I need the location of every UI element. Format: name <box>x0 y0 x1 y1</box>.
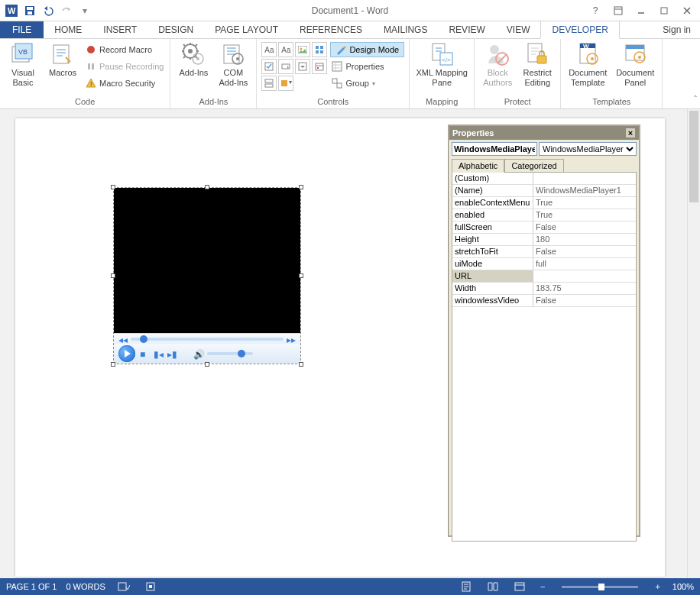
properties-button[interactable]: Properties <box>330 59 404 74</box>
svg-point-22 <box>236 57 239 60</box>
tab-developer[interactable]: DEVELOPER <box>540 21 619 39</box>
help-button[interactable]: ? <box>585 3 605 18</box>
document-template-button[interactable]: W Document Template <box>566 40 610 87</box>
seek-slider[interactable] <box>131 338 284 341</box>
control-richtext[interactable]: Aa <box>261 42 277 57</box>
macros-button[interactable]: Macros <box>44 40 81 78</box>
resize-handle-ne[interactable] <box>299 185 303 189</box>
properties-title-bar[interactable]: Properties × <box>449 126 639 140</box>
qat-customize-icon[interactable]: ▾ <box>76 2 93 19</box>
group-protect-label: Protect <box>479 95 556 108</box>
resize-handle-se[interactable] <box>299 362 303 367</box>
resize-handle-w[interactable] <box>111 273 115 278</box>
tab-view[interactable]: VIEW <box>496 21 541 38</box>
vertical-scrollbar[interactable] <box>687 109 700 578</box>
media-player-control[interactable]: ◂◂ ▸▸ ■ ▮◂ ▸▮ 🔊 <box>113 187 301 364</box>
control-dropdown[interactable] <box>295 59 310 74</box>
zoom-slider[interactable] <box>562 586 638 588</box>
svg-rect-37 <box>332 62 342 71</box>
minimize-button[interactable] <box>631 3 651 18</box>
print-layout-icon[interactable] <box>458 581 475 592</box>
undo-button[interactable] <box>40 2 57 19</box>
web-layout-icon[interactable] <box>511 581 528 592</box>
svg-rect-4 <box>28 11 32 15</box>
tab-file[interactable]: FILE <box>0 21 44 38</box>
addins-button[interactable]: Add-Ins <box>175 40 212 78</box>
document-panel-button[interactable]: Document Panel <box>613 40 657 87</box>
properties-close-icon[interactable]: × <box>625 128 636 138</box>
spellcheck-icon[interactable] <box>115 581 133 592</box>
svg-text:VB: VB <box>18 48 28 56</box>
object-type-select[interactable]: WindowsMediaPlayer <box>539 142 637 156</box>
prev-icon[interactable]: ▮◂ <box>154 349 163 358</box>
next-icon[interactable]: ▸▮ <box>167 349 177 358</box>
resize-handle-sw[interactable] <box>111 362 115 367</box>
tab-home[interactable]: HOME <box>44 21 92 38</box>
control-legacy[interactable]: ▾ <box>278 76 293 91</box>
record-macro-button[interactable]: Record Macro <box>84 42 165 57</box>
zoom-out-button[interactable]: − <box>537 582 548 591</box>
visual-basic-button[interactable]: VB Visual Basic <box>5 40 41 87</box>
maximize-button[interactable] <box>654 3 674 18</box>
control-datepicker[interactable] <box>312 59 327 74</box>
resize-handle-nw[interactable] <box>111 185 115 189</box>
tab-mailings[interactable]: MAILINGS <box>373 21 438 38</box>
tab-references[interactable]: REFERENCES <box>289 21 373 38</box>
ribbon-options-button[interactable] <box>608 3 628 18</box>
document-panel-icon <box>623 42 647 66</box>
resize-handle-e[interactable] <box>299 273 303 278</box>
group-button[interactable]: Group▾ <box>330 76 404 91</box>
control-plaintext[interactable]: Aa <box>278 42 293 57</box>
svg-rect-46 <box>537 56 546 63</box>
collapse-ribbon-icon[interactable]: ˆ <box>694 95 697 105</box>
document-panel-label: Document Panel <box>616 68 654 87</box>
svg-point-24 <box>300 48 303 50</box>
group-templates: W Document Template Document Panel Templ… <box>561 39 663 108</box>
svg-text:</>: </> <box>442 57 451 63</box>
macro-security-button[interactable]: !Macro Security <box>84 76 165 91</box>
stop-icon[interactable]: ■ <box>140 349 149 358</box>
rewind-icon[interactable]: ◂◂ <box>118 335 128 344</box>
control-buildingblock[interactable] <box>312 42 327 57</box>
tab-alphabetic[interactable]: Alphabetic <box>452 159 504 173</box>
properties-grid[interactable]: (Custom) (Name)WindowsMediaPlayer1 enabl… <box>452 172 637 542</box>
forward-icon[interactable]: ▸▸ <box>287 335 296 344</box>
scrollbar-thumb[interactable] <box>689 111 698 202</box>
zoom-level[interactable]: 100% <box>672 582 694 591</box>
save-button[interactable] <box>21 2 38 19</box>
tab-page-layout[interactable]: PAGE LAYOUT <box>204 21 289 38</box>
read-mode-icon[interactable] <box>484 581 502 592</box>
macro-recording-icon[interactable] <box>142 581 159 592</box>
restrict-editing-button[interactable]: Restrict Editing <box>519 40 556 87</box>
control-repeating[interactable] <box>261 76 277 91</box>
control-checkbox[interactable] <box>261 59 277 74</box>
close-button[interactable] <box>677 3 697 18</box>
redo-button[interactable] <box>58 2 75 19</box>
page-indicator[interactable]: PAGE 1 OF 1 <box>6 582 57 591</box>
video-area <box>114 188 300 333</box>
com-addins-button[interactable]: COM Add-Ins <box>215 40 251 87</box>
control-combobox[interactable] <box>278 59 293 74</box>
tab-categorized[interactable]: Categorized <box>504 159 563 173</box>
xml-mapping-button[interactable]: </> XML Mapping Pane <box>414 40 469 87</box>
restrict-editing-label: Restrict Editing <box>523 68 552 87</box>
design-mode-button[interactable]: Design Mode <box>330 42 404 57</box>
sign-in-link[interactable]: Sign in <box>663 24 691 35</box>
resize-handle-n[interactable] <box>205 185 209 189</box>
play-button[interactable] <box>118 345 135 362</box>
resize-handle-s[interactable] <box>205 362 209 367</box>
seek-bar[interactable]: ◂◂ ▸▸ <box>114 333 300 344</box>
control-picture[interactable] <box>295 42 310 57</box>
page[interactable]: ◂◂ ▸▸ ■ ▮◂ ▸▮ 🔊 Properties × Win <box>15 118 665 577</box>
tab-review[interactable]: REVIEW <box>438 21 495 38</box>
word-count[interactable]: 0 WORDS <box>66 582 105 591</box>
zoom-in-button[interactable]: + <box>652 582 663 591</box>
object-name-field[interactable] <box>452 142 537 156</box>
mute-icon[interactable]: 🔊 <box>193 349 203 358</box>
tab-design[interactable]: DESIGN <box>147 21 204 38</box>
properties-window[interactable]: Properties × WindowsMediaPlayer Alphabet… <box>448 124 640 537</box>
volume-slider[interactable] <box>207 352 253 355</box>
property-row: (Custom) <box>452 173 636 185</box>
tab-insert[interactable]: INSERT <box>92 21 147 38</box>
macros-icon <box>50 42 75 66</box>
